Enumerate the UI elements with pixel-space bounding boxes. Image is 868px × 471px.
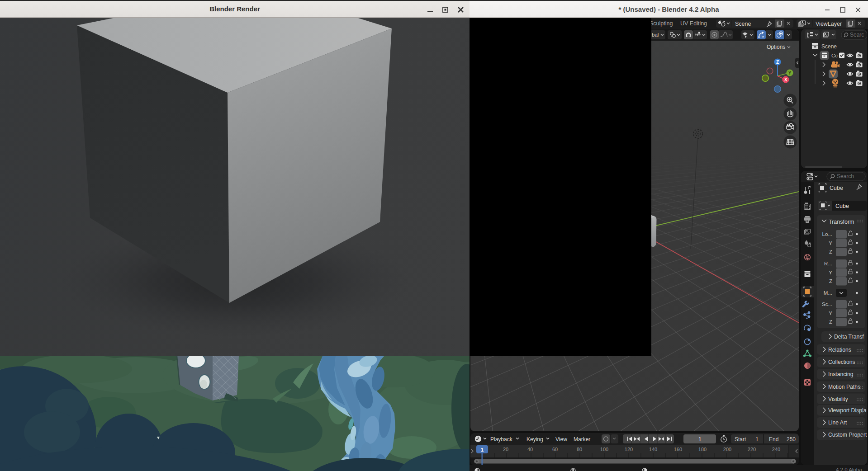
svg-text:Y: Y	[829, 311, 832, 316]
svg-text:Scene: Scene	[735, 21, 751, 27]
svg-text:Playback: Playback	[490, 436, 513, 443]
svg-text:Cube: Cube	[830, 185, 843, 191]
svg-text:1: 1	[755, 436, 759, 443]
svg-text:40: 40	[527, 447, 533, 452]
svg-text:100: 100	[600, 447, 608, 452]
svg-text:Z: Z	[776, 60, 779, 65]
svg-text:240: 240	[772, 447, 780, 452]
svg-text:1: 1	[481, 447, 484, 452]
svg-text:End: End	[769, 436, 778, 443]
svg-text:Delta Transf: Delta Transf	[834, 334, 864, 340]
svg-text:Start: Start	[735, 436, 746, 443]
svg-text:Search: Search	[837, 173, 854, 179]
svg-text:Line Art: Line Art	[828, 419, 847, 426]
svg-text:180: 180	[698, 447, 707, 452]
svg-text:Cube: Cube	[835, 203, 849, 209]
svg-text:ViewLayer: ViewLayer	[816, 21, 842, 27]
svg-text:Cc: Cc	[831, 53, 838, 58]
svg-text:M...: M...	[824, 290, 832, 296]
svg-text:4.2.0 Alpha: 4.2.0 Alpha	[836, 467, 862, 471]
svg-text:Transform: Transform	[829, 219, 854, 225]
svg-text:20: 20	[503, 447, 508, 452]
svg-text:160: 160	[674, 447, 682, 452]
svg-text:200: 200	[723, 447, 731, 452]
svg-text:Collections: Collections	[828, 359, 855, 365]
svg-text:Relations: Relations	[828, 347, 851, 353]
svg-text:80: 80	[577, 447, 582, 452]
svg-text:View: View	[555, 436, 567, 443]
svg-text:Y: Y	[829, 270, 832, 275]
svg-text:R...: R...	[824, 261, 832, 266]
svg-text:Searc: Searc	[850, 32, 864, 38]
svg-text:X: X	[784, 77, 787, 82]
svg-text:Marker: Marker	[574, 436, 590, 443]
svg-text:Instancing: Instancing	[828, 371, 854, 377]
svg-text:60: 60	[552, 447, 558, 452]
svg-text:Z: Z	[829, 278, 832, 284]
svg-text:Lo...: Lo...	[822, 231, 832, 237]
svg-text:1: 1	[698, 436, 702, 443]
svg-text:140: 140	[649, 447, 657, 452]
svg-text:Z: Z	[829, 249, 832, 254]
svg-text:Y: Y	[788, 71, 792, 75]
svg-text:Motion Paths: Motion Paths	[828, 384, 860, 390]
svg-text:Scene: Scene	[821, 43, 837, 50]
svg-text:220: 220	[748, 447, 756, 452]
svg-text:Keying: Keying	[526, 436, 543, 443]
svg-text:Y: Y	[829, 240, 832, 246]
svg-text:Sc...: Sc...	[822, 301, 832, 307]
svg-text:Visibility: Visibility	[828, 396, 849, 402]
svg-text:Z: Z	[829, 319, 832, 325]
svg-text:120: 120	[625, 447, 633, 452]
svg-text:250: 250	[787, 436, 796, 443]
